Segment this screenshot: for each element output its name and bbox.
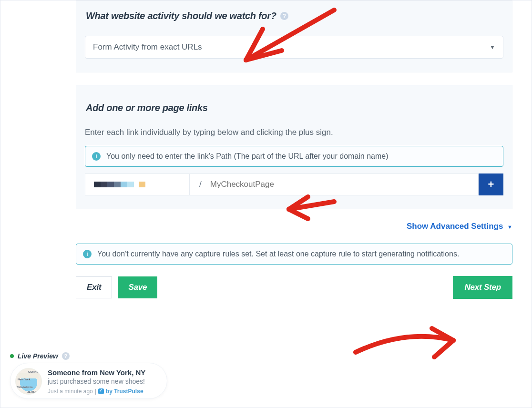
live-preview-subline: just purchased some new shoes! [48, 377, 145, 385]
rules-info-box: i You don't currently have any capture r… [76, 244, 512, 265]
links-instruction: Enter each link individually by typing b… [85, 128, 503, 137]
links-info-text: You only need to enter the link's Path (… [106, 152, 389, 161]
live-preview-time: Just a minute ago [48, 388, 93, 395]
help-icon[interactable]: ? [280, 12, 288, 20]
rules-info-text: You don't currently have any capture rul… [97, 250, 459, 258]
left-button-group: Exit Save [76, 276, 157, 298]
url-slash: / [194, 180, 202, 189]
links-section: Add one or more page links Enter each li… [76, 85, 512, 209]
activity-select-value: Form Activity from exact URLs [93, 42, 202, 52]
verified-icon [98, 388, 104, 394]
next-step-button[interactable]: Next Step [453, 276, 512, 299]
live-preview-header: Live Preview ? [10, 352, 167, 360]
exit-button[interactable]: Exit [76, 276, 112, 298]
action-bar: Exit Save Next Step [76, 276, 512, 299]
links-heading-text: Add one or more page links [86, 102, 208, 113]
live-preview-card[interactable]: CONNEC New York Philadelphia JERSEY Some… [10, 363, 167, 399]
activity-heading: What website activity should we watch fo… [86, 10, 503, 21]
info-icon: i [92, 152, 101, 161]
url-prefix [85, 173, 190, 195]
live-preview-headline: Someone from New York, NY [48, 368, 145, 377]
save-button[interactable]: Save [118, 276, 157, 298]
live-preview-brand: by TrustPulse [106, 388, 143, 395]
live-preview-body: Someone from New York, NY just purchased… [48, 368, 145, 395]
live-preview-meta: Just a minute ago | by TrustPulse [48, 388, 145, 395]
show-advanced-link[interactable]: Show Advanced Settings ▼ [76, 222, 512, 231]
url-input-row: / + [85, 173, 503, 195]
activity-select[interactable]: Form Activity from exact URLs ▼ [85, 36, 503, 59]
url-slash-wrap: / [190, 173, 204, 195]
annotation-arrow-icon [348, 319, 463, 371]
chevron-down-icon: ▼ [490, 44, 495, 51]
live-preview: Live Preview ? CONNEC New York Philadelp… [10, 352, 167, 399]
live-preview-title: Live Preview [18, 352, 58, 360]
links-info-box: i You only need to enter the link's Path… [85, 146, 503, 167]
info-icon: i [83, 250, 92, 258]
help-icon[interactable]: ? [62, 352, 70, 360]
map-icon: CONNEC New York Philadelphia JERSEY [15, 368, 42, 395]
links-heading: Add one or more page links [86, 102, 503, 113]
show-advanced-text: Show Advanced Settings [407, 222, 503, 231]
activity-section: What website activity should we watch fo… [76, 0, 512, 72]
redacted-domain [94, 182, 145, 187]
page-path-input[interactable] [204, 173, 479, 195]
activity-heading-text: What website activity should we watch fo… [86, 10, 276, 21]
status-dot-icon [10, 354, 14, 358]
add-link-button[interactable]: + [479, 173, 503, 195]
caret-down-icon: ▼ [507, 224, 512, 230]
